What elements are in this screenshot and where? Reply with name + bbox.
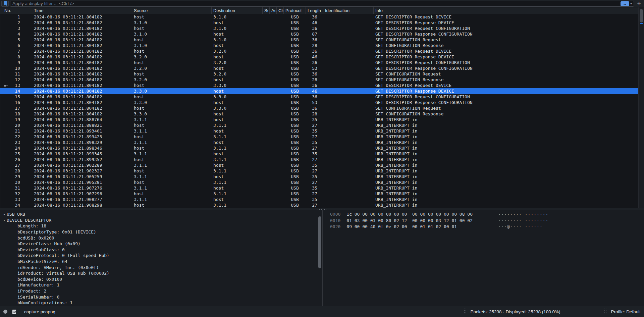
tree-field[interactable]: bDeviceProtocol: 0 (Full speed Hub) — [2, 253, 316, 259]
column-header-no[interactable]: No. — [0, 7, 32, 14]
chevron-right-icon[interactable]: ▸ — [2, 212, 7, 216]
cell-time: 2024-08-16 03:11:21.804182 — [32, 89, 132, 94]
expert-info-icon[interactable] — [3, 310, 7, 314]
table-row[interactable]: 272024-08-16 03:11:21.9022893.1.1hostUSB… — [0, 162, 638, 168]
table-row[interactable]: 232024-08-16 03:11:21.8983293.1.1hostUSB… — [0, 140, 638, 145]
detail-scrollbar[interactable] — [318, 211, 322, 305]
statusbar-divider[interactable] — [604, 309, 607, 315]
tree-field[interactable]: idProduct: Virtual USB Hub (0x0002) — [2, 270, 316, 276]
profile-label[interactable]: Profile: Default — [611, 309, 641, 314]
display-filter-bar: → ▾ + — [0, 0, 644, 7]
column-header-length[interactable]: Length — [306, 7, 323, 14]
filter-dropdown-caret-icon[interactable]: ▾ — [629, 2, 633, 5]
cell-source: 3.1.1 — [132, 186, 212, 191]
table-row[interactable]: 32024-08-16 03:11:21.804182host3.1.0USB3… — [0, 25, 638, 31]
scrollbar-handle[interactable] — [640, 9, 643, 22]
tree-field[interactable]: bcdUSB: 0x0200 — [2, 235, 316, 241]
table-row[interactable]: 12024-08-16 03:11:21.804182host3.1.0USB3… — [0, 14, 638, 20]
table-row[interactable]: 312024-08-16 03:11:21.9072763.1.1hostUSB… — [0, 185, 638, 191]
table-row[interactable]: 192024-08-16 03:11:21.8887643.1.1hostUSB… — [0, 117, 638, 122]
table-row[interactable]: 132024-08-16 03:11:21.804182host3.3.0USB… — [0, 83, 638, 88]
chevron-down-icon[interactable]: ▾ — [2, 218, 7, 222]
table-row[interactable]: 112024-08-16 03:11:21.804182host3.2.0USB… — [0, 71, 638, 77]
table-row[interactable]: 302024-08-16 03:11:21.905281host3.1.1USB… — [0, 179, 638, 185]
table-row[interactable]: 92024-08-16 03:11:21.804182host3.2.0USB3… — [0, 60, 638, 65]
table-row[interactable]: 22024-08-16 03:11:21.8041823.1.0hostUSB4… — [0, 20, 638, 25]
cell-info: URB_INTERRUPT in — [374, 151, 638, 156]
table-row[interactable]: 332024-08-16 03:11:21.9082773.1.1hostUSB… — [0, 197, 638, 202]
table-row[interactable]: 322024-08-16 03:11:21.907296host3.1.1USB… — [0, 191, 638, 197]
statusbar-divider[interactable] — [464, 309, 467, 315]
table-row[interactable]: 72024-08-16 03:11:21.804182host3.2.0USB3… — [0, 48, 638, 54]
add-filter-button[interactable]: + — [635, 0, 643, 7]
cell-time: 2024-08-16 03:11:21.902327 — [32, 168, 132, 173]
tree-field[interactable]: iProduct: 2 — [2, 288, 316, 294]
splitter-grip — [318, 209, 326, 210]
table-row[interactable]: 172024-08-16 03:11:21.804182host3.3.0USB… — [0, 105, 638, 111]
table-row[interactable]: 252024-08-16 03:11:21.8993453.1.1hostUSB… — [0, 151, 638, 157]
table-row[interactable]: 162024-08-16 03:11:21.8041823.3.0hostUSB… — [0, 100, 638, 105]
column-header-source[interactable]: Source — [132, 7, 212, 14]
column-header-info[interactable]: Info — [374, 7, 638, 14]
column-header-che[interactable]: Che — [277, 7, 284, 14]
column-header-protocol[interactable]: Protocol — [284, 7, 306, 14]
tree-field[interactable]: bDeviceClass: Hub (0x09) — [2, 241, 316, 247]
table-row[interactable]: 222024-08-16 03:11:21.893425host3.1.1USB… — [0, 134, 638, 140]
cell-time: 2024-08-16 03:11:21.908298 — [32, 203, 132, 208]
cell-source: host — [132, 203, 212, 208]
detail-scrollbar-handle[interactable] — [318, 216, 321, 268]
table-row[interactable]: 152024-08-16 03:11:21.804182host3.3.0USB… — [0, 94, 638, 100]
tree-field[interactable]: iManufacturer: 1 — [2, 282, 316, 288]
cell-protocol: USB — [284, 60, 306, 65]
column-header-ack[interactable]: Ack — [270, 7, 277, 14]
column-header-identification[interactable]: Identification — [323, 7, 374, 14]
table-row[interactable]: 242024-08-16 03:11:21.898346host3.1.1USB… — [0, 145, 638, 151]
table-row[interactable]: 42024-08-16 03:11:21.8041823.1.0hostUSB8… — [0, 31, 638, 37]
cell-source: 3.1.1 — [132, 163, 212, 168]
table-row[interactable]: 282024-08-16 03:11:21.902327host3.1.1USB… — [0, 168, 638, 174]
filter-bookmark-button[interactable] — [1, 1, 9, 7]
table-row[interactable]: 182024-08-16 03:11:21.8041823.3.0hostUSB… — [0, 111, 638, 117]
cell-destination: 3.1.0 — [212, 37, 263, 42]
cell-length: 36 — [306, 83, 323, 88]
column-header-sec[interactable]: Sec — [263, 7, 270, 14]
capture-comment-icon[interactable] — [12, 309, 17, 314]
cell-no: 33 — [0, 197, 32, 202]
pane-splitter[interactable] — [0, 208, 644, 210]
table-row[interactable]: 62024-08-16 03:11:21.8041823.1.0hostUSB2… — [0, 43, 638, 48]
display-filter-input[interactable] — [12, 1, 621, 6]
tree-field[interactable]: bDescriptorType: 0x01 (DEVICE) — [2, 229, 316, 235]
cell-info: GET DESCRIPTOR Response CONFIGURATION — [374, 66, 638, 71]
tree-field[interactable]: bDeviceSubClass: 0 — [2, 247, 316, 253]
table-row[interactable]: 292024-08-16 03:11:21.9052593.1.1hostUSB… — [0, 174, 638, 179]
cell-no: 20 — [0, 123, 32, 128]
hex-line[interactable]: 001001 03 00 03 00 80 02 12 00 00 00 03 … — [330, 218, 644, 224]
table-row[interactable]: 262024-08-16 03:11:21.899352host3.1.1USB… — [0, 157, 638, 162]
table-row[interactable]: 82024-08-16 03:11:21.8041823.2.0hostUSB4… — [0, 54, 638, 60]
apply-filter-button[interactable]: → — [621, 1, 629, 6]
hex-line[interactable]: 00001c 00 00 00 00 00 00 00 00 00 00 00 … — [330, 212, 644, 218]
tree-field[interactable]: bNumConfigurations: 1 — [2, 300, 316, 306]
packet-list-scrollbar[interactable] — [638, 7, 644, 208]
tree-field[interactable]: bMaxPacketSize0: 64 — [2, 259, 316, 265]
column-header-destination[interactable]: Destination — [212, 7, 263, 14]
table-row[interactable]: 142024-08-16 03:11:21.8041823.3.0hostUSB… — [0, 88, 638, 94]
cell-no: 6 — [0, 43, 32, 48]
table-row[interactable]: 102024-08-16 03:11:21.8041823.2.0hostUSB… — [0, 65, 638, 71]
table-row[interactable]: 342024-08-16 03:11:21.908298host3.1.1USB… — [0, 202, 638, 208]
table-row[interactable]: 122024-08-16 03:11:21.8041823.2.0hostUSB… — [0, 77, 638, 83]
table-row[interactable]: 212024-08-16 03:11:21.8934013.1.1hostUSB… — [0, 128, 638, 134]
column-header-time[interactable]: Time — [32, 7, 132, 14]
tree-field[interactable]: bcdDevice: 0x0100 — [2, 276, 316, 282]
packet-rows: 12024-08-16 03:11:21.804182host3.1.0USB3… — [0, 14, 644, 208]
hex-line[interactable]: 002009 00 00 40 0f 0e 02 00 00 01 01 02 … — [330, 224, 644, 230]
cell-length: 35 — [306, 163, 323, 168]
tree-field[interactable]: bLength: 18 — [2, 223, 316, 229]
table-row[interactable]: 202024-08-16 03:11:21.888821host3.1.1USB… — [0, 122, 638, 128]
tree-field[interactable]: idVendor: VMware, Inc. (0x0e0f) — [2, 264, 316, 270]
hex-bytes: 01 03 00 03 00 80 02 12 00 00 00 03 12 0… — [346, 218, 475, 223]
tree-field[interactable]: iSerialNumber: 0 — [2, 294, 316, 300]
table-row[interactable]: 52024-08-16 03:11:21.804182host3.1.0USB3… — [0, 37, 638, 43]
tree-node[interactable]: ▸USB URB — [2, 211, 316, 217]
tree-node[interactable]: ▾DEVICE DESCRIPTOR — [2, 217, 316, 223]
